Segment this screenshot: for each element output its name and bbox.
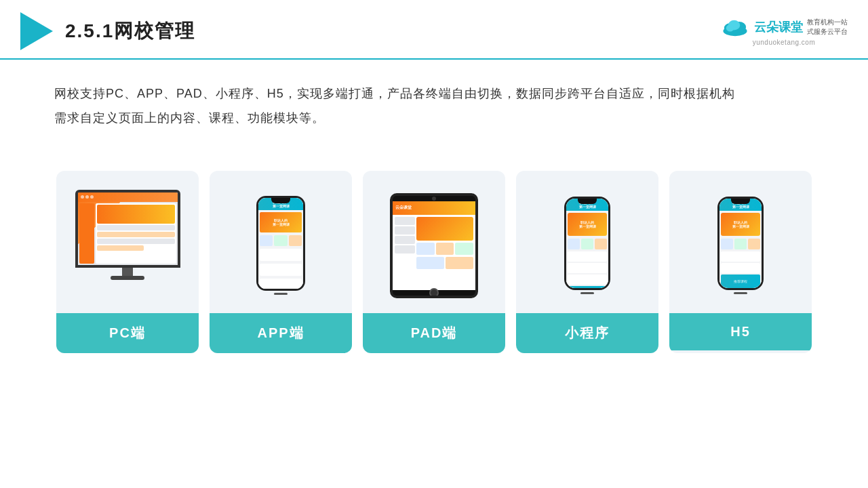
pc-label: PC端 bbox=[56, 313, 199, 353]
brand-url: yunduoketang.com bbox=[753, 39, 816, 46]
brand-name: 云朵课堂 bbox=[754, 19, 803, 35]
cloud-icon bbox=[720, 17, 750, 37]
svg-point-4 bbox=[726, 24, 734, 31]
pad-card: 云朵课堂 bbox=[363, 171, 505, 353]
brand-tagline: 教育机构一站式服务云平台 bbox=[807, 18, 848, 37]
h5-card: 职达人的第一堂网课 职达人的第一堂网课 bbox=[669, 171, 812, 353]
header-right: 云朵课堂 教育机构一站式服务云平台 yunduoketang.com bbox=[720, 17, 848, 46]
pc-image-area bbox=[56, 171, 199, 313]
miniprogram-image-area: 职达人的第一堂网课 职达人的第一堂网课 bbox=[516, 171, 658, 313]
description-text: 网校支持PC、APP、PAD、小程序、H5，实现多端打通，产品各终端自由切换，数… bbox=[0, 60, 868, 144]
page-title: 2.5.1网校管理 bbox=[65, 18, 195, 44]
pad-image-area: 云朵课堂 bbox=[363, 171, 505, 313]
app-phone-icon: 职达人的第一堂网课 职达人的第一堂网课 bbox=[256, 196, 305, 295]
app-label: APP端 bbox=[210, 313, 352, 353]
app-image-area: 职达人的第一堂网课 职达人的第一堂网课 bbox=[210, 171, 352, 313]
description-paragraph: 网校支持PC、APP、PAD、小程序、H5，实现多端打通，产品各终端自由切换，数… bbox=[54, 81, 814, 130]
pc-monitor-icon bbox=[70, 190, 185, 302]
logo-triangle-icon bbox=[20, 12, 53, 50]
cards-container: PC端 职达人的第一堂网课 职达人的第一堂网课 bbox=[0, 150, 868, 380]
miniprogram-phone-icon: 职达人的第一堂网课 职达人的第一堂网课 bbox=[564, 197, 610, 294]
miniprogram-card: 职达人的第一堂网课 职达人的第一堂网课 bbox=[516, 171, 658, 353]
pad-label: PAD端 bbox=[363, 313, 505, 353]
cloud-logo: 云朵课堂 教育机构一站式服务云平台 bbox=[720, 17, 848, 37]
header-left: 2.5.1网校管理 bbox=[20, 12, 195, 50]
pad-tablet-icon: 云朵课堂 bbox=[390, 193, 478, 298]
h5-phone-icon: 职达人的第一堂网课 职达人的第一堂网课 bbox=[717, 197, 764, 294]
miniprogram-label: 小程序 bbox=[516, 313, 658, 353]
h5-label: H5 bbox=[669, 313, 812, 350]
h5-image-area: 职达人的第一堂网课 职达人的第一堂网课 bbox=[669, 171, 812, 313]
pc-card: PC端 bbox=[56, 171, 199, 353]
app-card: 职达人的第一堂网课 职达人的第一堂网课 bbox=[210, 171, 352, 353]
header: 2.5.1网校管理 云朵课堂 教育机构一站式服务云平台 yunduoketang… bbox=[0, 0, 868, 60]
